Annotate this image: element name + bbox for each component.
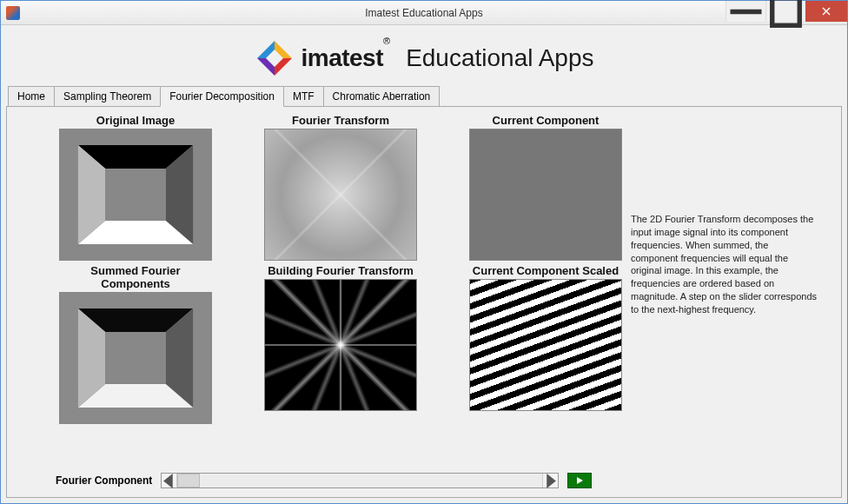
image-summed (59, 292, 212, 424)
image-building (264, 279, 417, 411)
svg-marker-7 (257, 58, 275, 76)
minimize-icon (726, 0, 765, 31)
maximize-button[interactable] (765, 1, 805, 22)
play-icon (575, 476, 584, 485)
image-grid: Original Image (16, 112, 622, 424)
tab-fourier-decomposition[interactable]: Fourier Decomposition (160, 86, 284, 107)
brand-reg: ® (383, 36, 390, 46)
slider-thumb[interactable] (177, 474, 200, 487)
fourier-component-slider[interactable] (161, 473, 559, 488)
slider-row: Fourier Component (56, 473, 827, 488)
window-buttons (725, 1, 847, 24)
svg-marker-22 (547, 474, 557, 488)
slider-step-left[interactable] (162, 474, 177, 487)
cell-current: Current Component (469, 114, 622, 261)
play-button[interactable] (567, 473, 592, 488)
cell-original: Original Image (59, 114, 212, 261)
svg-marker-23 (577, 477, 583, 484)
chevron-right-icon (543, 474, 558, 488)
brand-logo: imatest® (254, 37, 390, 79)
label-fourier: Fourier Transform (264, 114, 417, 127)
tab-sampling-theorem[interactable]: Sampling Theorem (54, 86, 161, 107)
close-button[interactable] (805, 1, 847, 22)
image-current (469, 129, 622, 261)
header-banner: imatest® Educational Apps (6, 30, 842, 83)
label-current: Current Component (469, 114, 622, 127)
tab-mtf[interactable]: MTF (283, 86, 324, 107)
image-fourier (264, 129, 417, 261)
svg-marker-5 (275, 41, 292, 58)
panel-body: Original Image (16, 112, 832, 424)
svg-rect-14 (105, 169, 166, 221)
label-summed: Summed Fourier Components (59, 264, 212, 290)
svg-rect-1 (772, 0, 800, 25)
tab-panel: Original Image (6, 106, 842, 498)
cell-scaled: Current Component Scaled (469, 264, 622, 424)
image-original (59, 129, 212, 261)
slider-label: Fourier Component (56, 474, 152, 487)
header-subtitle: Educational Apps (406, 44, 593, 72)
content-area: imatest® Educational Apps Home Sampling … (1, 25, 847, 503)
maximize-icon (766, 0, 805, 31)
tab-chromatic-aberration[interactable]: Chromatic Aberration (323, 86, 441, 107)
brand-text: imatest® (301, 44, 390, 72)
cell-building: Building Fourier Transform (264, 264, 417, 424)
cell-summed: Summed Fourier Components (59, 264, 212, 424)
svg-marker-8 (257, 41, 275, 58)
chevron-left-icon (162, 474, 176, 488)
slider-step-right[interactable] (542, 474, 558, 487)
tab-home[interactable]: Home (8, 86, 55, 107)
description-text: The 2D Fourier Transform decomposes the … (622, 112, 818, 424)
close-icon (822, 7, 831, 16)
svg-rect-20 (105, 332, 166, 384)
tab-bar: Home Sampling Theorem Fourier Decomposit… (6, 86, 842, 107)
logo-mark-icon (254, 37, 295, 79)
titlebar: Imatest Educational Apps (1, 1, 847, 25)
minimize-button[interactable] (725, 1, 765, 22)
label-building: Building Fourier Transform (264, 264, 417, 277)
slider-track[interactable] (177, 474, 542, 487)
svg-marker-21 (163, 474, 173, 488)
window-title: Imatest Educational Apps (1, 7, 847, 19)
app-window: Imatest Educational Apps (0, 0, 848, 504)
svg-marker-6 (275, 58, 292, 76)
label-scaled: Current Component Scaled (469, 264, 622, 277)
image-scaled (469, 279, 622, 411)
brand-name: imatest (301, 44, 383, 71)
app-icon (6, 6, 20, 20)
cell-fourier: Fourier Transform (264, 114, 417, 261)
label-original: Original Image (59, 114, 212, 127)
